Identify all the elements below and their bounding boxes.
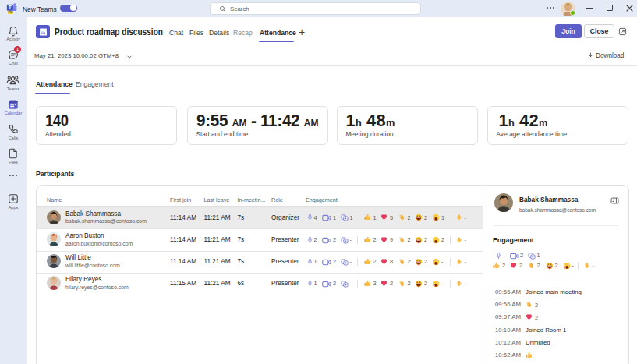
svg-text:PRE: PRE (8, 11, 12, 14)
